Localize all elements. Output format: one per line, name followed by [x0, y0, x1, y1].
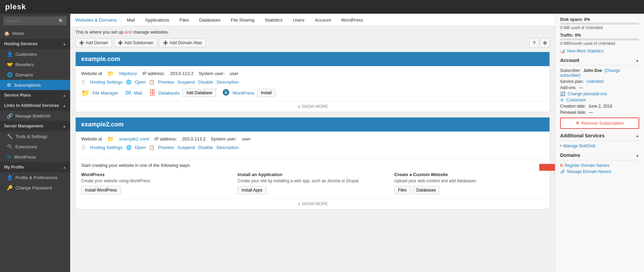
manage-boldgrid-right-link[interactable]: Manage BoldGrid: [563, 144, 595, 148]
sidebar-item-extensions[interactable]: 🔌 Extensions: [0, 141, 70, 152]
remove-subscription-button[interactable]: ✕ Remove Subscription: [560, 118, 639, 129]
tab-users[interactable]: Users: [288, 14, 310, 26]
add-subdomain-button[interactable]: ➕ Add Subdomain: [114, 38, 157, 47]
sidebar-item-resellers[interactable]: 🤝 Resellers: [0, 59, 70, 70]
domain1-card: example.com Website at 📁 httpdocs/ IP ad…: [75, 52, 550, 112]
manage-domain-link[interactable]: Manage Domain Names: [567, 169, 611, 174]
domain1-httpdocs-link[interactable]: httpdocs/: [119, 71, 137, 76]
domains-chevron-icon[interactable]: ▲: [635, 153, 639, 157]
domain2-show-more[interactable]: ∨ SHOW MORE: [76, 198, 550, 209]
change-plan-link[interactable]: Change plan/add-ons: [568, 91, 607, 96]
sidebar-item-manage-boldgrid[interactable]: 🔗 Manage BoldGrid: [0, 111, 70, 121]
sidebar-item-subscriptions[interactable]: ⚙ Subscriptions: [0, 80, 70, 90]
add-domain-alias-button[interactable]: ➕ Add Domain Alias: [159, 38, 206, 47]
resellers-icon: 🤝: [7, 62, 13, 67]
tab-account[interactable]: Account: [310, 14, 336, 26]
sidebar-section-profile[interactable]: My Profile ▲: [0, 162, 70, 172]
startup-options: WordPress Create your website using Word…: [81, 172, 544, 194]
account-chevron-icon[interactable]: ▲: [635, 58, 639, 62]
domain1-preview-link[interactable]: Preview: [158, 79, 174, 85]
mail-link[interactable]: Mail: [134, 90, 142, 96]
sidebar-item-profile-preferences[interactable]: 👤 Profile & Preferences: [0, 172, 70, 183]
server-section-label: Server Management: [4, 124, 43, 128]
renewal-date-label: Renewal date:: [560, 110, 586, 115]
domain1-body: Website at 📁 httpdocs/ IP address: 203.0…: [76, 66, 550, 101]
domain2-preview-link[interactable]: Preview: [158, 145, 174, 150]
domain1-file-manager-tool[interactable]: 📁 File Manager: [81, 89, 118, 97]
register-domain-item: R Register Domain Names: [560, 163, 639, 168]
tab-mail[interactable]: Mail: [122, 14, 140, 26]
domain1-wp-tool[interactable]: 🅦 WordPress Install: [223, 89, 275, 97]
additional-services-title: Additional Services: [560, 133, 605, 138]
install-apps-button[interactable]: Install Apps: [238, 186, 266, 194]
domain1-folder-icon: 📁: [107, 70, 114, 77]
domain1-disable-link[interactable]: Disable: [198, 79, 213, 85]
startup-custom-desc: Upload your web content and add database…: [394, 178, 544, 183]
customize-link[interactable]: Customize: [566, 98, 586, 102]
domain1-open-link[interactable]: Open: [135, 79, 146, 85]
domain2-description-link[interactable]: Description: [216, 145, 239, 150]
domain2-url-link[interactable]: example2.com/: [119, 136, 149, 141]
install-wordpress-startup-button[interactable]: Install WordPress: [81, 186, 121, 194]
additional-section-label: Links to Additional Services: [4, 103, 59, 108]
domains-section-title: Domains: [560, 152, 580, 158]
tab-databases[interactable]: Databases: [194, 14, 226, 26]
domains-icon: 🌐: [7, 72, 13, 77]
domain1-mail-tool[interactable]: ✉ Mail: [125, 89, 142, 97]
search-input[interactable]: [3, 16, 67, 25]
sidebar-section-additional[interactable]: Links to Additional Services ▲: [0, 100, 70, 111]
disk-space-bar-bg: [560, 23, 639, 25]
databases-link[interactable]: Databases: [159, 90, 180, 96]
additional-services-header: Additional Services ▲: [560, 133, 639, 141]
file-manager-link[interactable]: File Manager: [92, 90, 118, 96]
domain2-open-link[interactable]: Open: [135, 145, 146, 150]
sidebar-item-tools[interactable]: 🔧 Tools & Settings: [0, 131, 70, 141]
view-stats-link[interactable]: 📊 View More Statistics: [560, 49, 639, 53]
sidebar-item-change-password[interactable]: 🔑 Change Password: [0, 183, 70, 193]
register-domain-link[interactable]: Register Domain Names: [565, 163, 609, 168]
tab-applications[interactable]: Applications: [140, 14, 174, 26]
password-icon: 🔑: [7, 185, 13, 190]
tab-wordpress[interactable]: WordPress: [336, 14, 368, 26]
install-wordpress-button[interactable]: Install: [257, 89, 275, 97]
customize-icon: ⚙: [560, 98, 564, 102]
domain1-preview-icon: 📋: [149, 79, 154, 85]
domain1-suspend-link[interactable]: Suspend: [177, 79, 195, 85]
startup-close-button[interactable]: ✕: [541, 162, 545, 169]
tab-files[interactable]: Files: [174, 14, 194, 26]
addons-row: Add-ons: —: [560, 85, 639, 90]
domain1-show-more[interactable]: ∨ SHOW MORE: [76, 101, 550, 112]
service-plan-link[interactable]: Unlimited: [586, 79, 604, 84]
sidebar-item-customers[interactable]: 👤 Customers: [0, 49, 70, 59]
domain1-hosting-settings-link[interactable]: Hosting Settings: [90, 79, 123, 85]
domain1-description-link[interactable]: Description: [216, 79, 239, 85]
home-icon: 🏠: [4, 31, 10, 36]
tab-websites-domains[interactable]: Websites & Domains: [70, 14, 122, 26]
settings-button[interactable]: ⚙: [540, 38, 550, 48]
domain1-hosting-settings-icon: 🍴: [81, 79, 87, 85]
sidebar-section-service-plans[interactable]: Service Plans ▲: [0, 90, 70, 100]
sidebar-item-wordpress-server[interactable]: W WordPress: [0, 152, 70, 162]
sidebar-section-hosting[interactable]: Hosting Services ▲: [0, 39, 70, 49]
help-button[interactable]: ?: [529, 38, 539, 48]
domain2-hosting-settings-link[interactable]: Hosting Settings: [90, 145, 123, 150]
wordpress-link[interactable]: WordPress: [232, 90, 254, 96]
domain1-ip-label: IP address:: [142, 71, 165, 76]
domain2-folder-icon: 📁: [107, 136, 114, 142]
databases-custom-button[interactable]: Databases: [413, 186, 440, 194]
add-domain-button[interactable]: ➕ Add Domain: [75, 38, 112, 47]
sidebar-section-server[interactable]: Server Management ▲: [0, 121, 70, 131]
domain1-db-tool[interactable]: 🗄 Databases Add Database: [149, 89, 216, 97]
tab-statistics[interactable]: Statistics: [260, 14, 288, 26]
startup-title: Start creating your website in one of th…: [81, 163, 544, 168]
domain2-disable-link[interactable]: Disable: [198, 145, 213, 150]
additional-services-chevron-icon[interactable]: ▲: [635, 134, 639, 138]
sidebar-item-home[interactable]: 🏠 Home: [0, 28, 70, 39]
account-section-header: Account ▲: [560, 58, 639, 65]
add-database-button[interactable]: Add Database: [182, 89, 216, 97]
domain2-suspend-link[interactable]: Suspend: [177, 145, 195, 150]
sidebar-item-domains[interactable]: 🌐 Domains: [0, 70, 70, 80]
tabs-bar: Websites & Domains Mail Applications Fil…: [70, 14, 555, 26]
tab-file-sharing[interactable]: File Sharing: [226, 14, 260, 26]
files-button[interactable]: Files: [394, 186, 411, 194]
